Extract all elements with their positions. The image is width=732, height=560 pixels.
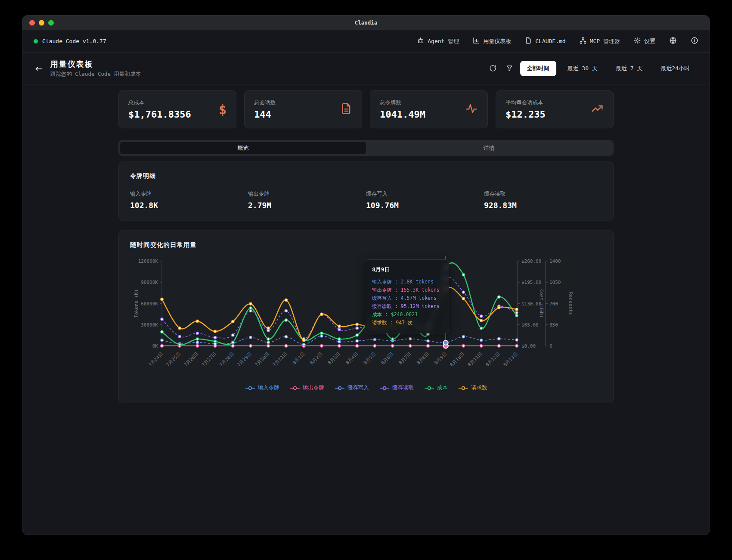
legend-marker-icon bbox=[335, 386, 345, 390]
svg-text:7月27日: 7月27日 bbox=[201, 351, 217, 368]
menubar-nav: Agent 管理 用量仪表板 CLAUDE.md bbox=[417, 37, 698, 46]
svg-text:120000K: 120000K bbox=[138, 258, 158, 264]
nav-settings[interactable]: 设置 bbox=[634, 37, 655, 45]
page-header: ← 用量仪表板 跟踪您的 Claude Code 用量和成本 全部时间 最近 3… bbox=[22, 53, 710, 84]
tooltip-row: 输出令牌 : 155.3K tokens bbox=[372, 286, 442, 294]
token-breakdown-card: 令牌明细 输入令牌 102.8K 输出令牌 2.79M 缓存写入 109.76M bbox=[118, 162, 614, 221]
tooltip-row: 成本 : $240.0021 bbox=[372, 311, 442, 319]
svg-text:0: 0 bbox=[549, 343, 552, 349]
main-content: 总成本 $1,761.8356 $ 总会话数 144 bbox=[118, 90, 614, 403]
stat-card-total-cost: 总成本 $1,761.8356 $ bbox=[118, 90, 236, 128]
legend-marker-icon bbox=[290, 386, 300, 390]
time-range-24h[interactable]: 最近24小时 bbox=[654, 61, 697, 76]
back-button[interactable]: ← bbox=[35, 63, 43, 74]
legend-item-缓存写入[interactable]: 缓存写入 bbox=[335, 384, 369, 392]
svg-text:Tokens (K): Tokens (K) bbox=[133, 289, 139, 317]
tab-overview[interactable]: 概览 bbox=[120, 142, 366, 154]
minimize-window-button[interactable] bbox=[39, 20, 44, 25]
stat-card-total-tokens: 总令牌数 1041.49M bbox=[370, 90, 488, 128]
nav-mcp-manager[interactable]: MCP 管理器 bbox=[580, 37, 620, 45]
filter-button[interactable] bbox=[503, 62, 516, 75]
svg-text:7月28日: 7月28日 bbox=[218, 351, 235, 368]
svg-text:1400: 1400 bbox=[549, 258, 561, 264]
breakdown-output-tokens: 输出令牌 2.79M bbox=[248, 190, 366, 210]
token-breakdown-title: 令牌明细 bbox=[130, 172, 602, 180]
svg-text:$0.00: $0.00 bbox=[521, 343, 536, 349]
network-icon bbox=[580, 37, 586, 45]
traffic-lights bbox=[29, 20, 54, 25]
svg-text:7月24日: 7月24日 bbox=[147, 351, 164, 368]
page-subtitle: 跟踪您的 Claude Code 用量和成本 bbox=[50, 71, 141, 78]
time-range-30d[interactable]: 最近 30 天 bbox=[561, 61, 605, 76]
svg-text:7月26日: 7月26日 bbox=[183, 351, 200, 368]
breakdown-cache-write: 缓存写入 109.76M bbox=[366, 190, 484, 210]
svg-text:7月31日: 7月31日 bbox=[272, 351, 288, 368]
info-button[interactable] bbox=[691, 37, 698, 46]
svg-text:8月5日: 8月5日 bbox=[362, 351, 377, 366]
tooltip-date: 8月9日 bbox=[372, 266, 442, 274]
language-globe-button[interactable] bbox=[669, 37, 677, 46]
breakdown-input-tokens: 输入令牌 102.8K bbox=[130, 190, 248, 210]
status-dot-icon bbox=[34, 39, 38, 44]
time-range-7d[interactable]: 最近 7 天 bbox=[609, 61, 649, 76]
time-range-controls: 全部时间 最近 30 天 最近 7 天 最近24小时 bbox=[487, 61, 697, 76]
svg-text:8月9日: 8月9日 bbox=[433, 351, 448, 366]
chart-legend: 输入令牌 输出令牌 缓存写入 缓存读取 成本 请求数 bbox=[130, 384, 602, 392]
tooltip-row: 缓存读取 : 95.12M tokens bbox=[372, 302, 442, 311]
svg-text:90000K: 90000K bbox=[141, 280, 158, 285]
svg-text:Requests: Requests bbox=[568, 292, 574, 315]
view-tabs: 概览 详情 bbox=[118, 140, 614, 156]
refresh-button[interactable] bbox=[487, 62, 499, 75]
info-icon bbox=[691, 37, 698, 46]
stat-card-avg-cost: 平均每会话成本 $12.235 bbox=[496, 90, 614, 128]
breakdown-cache-read: 缓存读取 928.83M bbox=[484, 190, 602, 210]
svg-text:8月6日: 8月6日 bbox=[380, 351, 395, 366]
svg-text:8月10日: 8月10日 bbox=[449, 351, 466, 368]
svg-text:7月25日: 7月25日 bbox=[165, 351, 182, 368]
robot-icon bbox=[417, 37, 424, 45]
daily-usage-chart-card: 随时间变化的日常用量 0K30000K60000K90000K120000KTo… bbox=[118, 230, 614, 403]
svg-text:60000K: 60000K bbox=[141, 301, 158, 307]
tab-details[interactable]: 详情 bbox=[366, 142, 612, 154]
nav-claude-md[interactable]: CLAUDE.md bbox=[525, 37, 565, 45]
svg-text:8月4日: 8月4日 bbox=[344, 351, 359, 366]
tooltip-row: 输入令牌 : 2.8K tokens bbox=[372, 278, 442, 286]
close-window-button[interactable] bbox=[29, 20, 35, 25]
tooltip-row: 请求数 : 947 次 bbox=[372, 319, 442, 327]
app-version-label: Claude Code v1.0.77 bbox=[42, 38, 106, 44]
document-icon bbox=[525, 37, 532, 45]
svg-text:$195.00: $195.00 bbox=[521, 280, 541, 285]
legend-item-输出令牌[interactable]: 输出令牌 bbox=[290, 384, 324, 392]
chart-title: 随时间变化的日常用量 bbox=[130, 241, 602, 249]
svg-text:8月12日: 8月12日 bbox=[484, 351, 501, 368]
svg-text:8月2日: 8月2日 bbox=[309, 351, 324, 366]
svg-text:$260.00: $260.00 bbox=[521, 258, 541, 264]
svg-text:1050: 1050 bbox=[549, 280, 561, 285]
window-title: Claudia bbox=[355, 19, 378, 26]
svg-text:8月3日: 8月3日 bbox=[327, 351, 341, 366]
legend-item-缓存读取[interactable]: 缓存读取 bbox=[379, 384, 414, 392]
menubar: Claude Code v1.0.77 Agent 管理 用量仪表板 bbox=[22, 30, 710, 53]
stat-card-total-sessions: 总会话数 144 bbox=[244, 90, 362, 128]
tooltip-row: 缓存写入 : 4.57M tokens bbox=[372, 294, 442, 302]
dollar-icon: $ bbox=[219, 102, 226, 117]
legend-item-输入令牌[interactable]: 输入令牌 bbox=[245, 384, 279, 392]
svg-text:7月30日: 7月30日 bbox=[254, 351, 271, 368]
time-range-all[interactable]: 全部时间 bbox=[520, 61, 556, 76]
titlebar: Claudia bbox=[22, 16, 710, 30]
bar-chart-icon bbox=[473, 37, 480, 45]
legend-marker-icon bbox=[458, 386, 468, 390]
svg-text:8月1日: 8月1日 bbox=[292, 351, 306, 366]
legend-item-成本[interactable]: 成本 bbox=[424, 384, 448, 392]
svg-text:8月13日: 8月13日 bbox=[502, 351, 519, 368]
legend-item-请求数[interactable]: 请求数 bbox=[458, 384, 487, 392]
nav-agent-manager[interactable]: Agent 管理 bbox=[417, 37, 459, 45]
legend-marker-icon bbox=[424, 386, 434, 390]
svg-text:$130.00: $130.00 bbox=[521, 301, 541, 307]
svg-text:8月7日: 8月7日 bbox=[398, 351, 413, 366]
zoom-window-button[interactable] bbox=[48, 20, 54, 25]
nav-usage-dashboard[interactable]: 用量仪表板 bbox=[473, 37, 511, 45]
screen: Claudia Claude Code v1.0.77 Agent 管理 bbox=[0, 0, 732, 560]
svg-text:7月29日: 7月29日 bbox=[236, 351, 253, 368]
svg-text:8月11日: 8月11日 bbox=[467, 351, 484, 368]
